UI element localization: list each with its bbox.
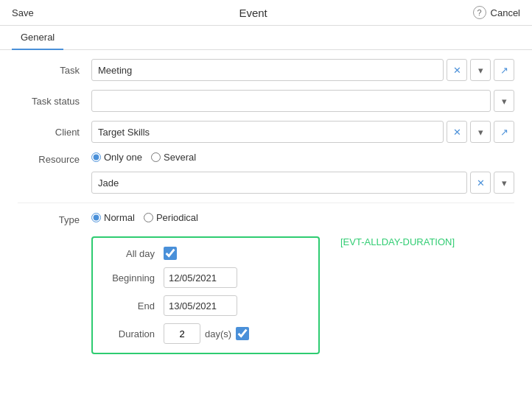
duration-label: Duration — [105, 328, 164, 339]
task-status-control-wrap: ▾ — [91, 90, 514, 112]
days-label: day(s) — [205, 328, 231, 339]
task-status-input[interactable] — [91, 90, 491, 112]
end-row: End — [105, 295, 307, 316]
resource-radio-group: Only one Several — [91, 152, 196, 163]
evt-tag: [EVT-ALLDAY-DURATION] — [340, 236, 455, 247]
top-bar: Save Event ? Cancel — [0, 0, 532, 26]
client-label: Client — [18, 127, 91, 138]
task-clear-button[interactable]: ✕ — [447, 59, 467, 81]
client-input[interactable] — [91, 121, 444, 143]
client-dropdown-button[interactable]: ▾ — [470, 121, 491, 143]
resource-only-one-label: Only one — [104, 152, 142, 163]
type-normal-radio[interactable] — [91, 213, 101, 222]
task-dropdown-button[interactable]: ▾ — [470, 59, 491, 81]
resource-control-wrap: ✕ ▾ — [91, 172, 514, 194]
resource-dropdown-button[interactable]: ▾ — [494, 172, 514, 194]
resource-several-label: Several — [164, 152, 196, 163]
client-row: Client ✕ ▾ ↗ — [18, 121, 514, 143]
task-row: Task ✕ ▾ ↗ — [18, 59, 514, 81]
save-button[interactable]: Save — [12, 7, 34, 18]
task-input[interactable] — [91, 59, 444, 81]
resource-clear-button[interactable]: ✕ — [470, 172, 491, 194]
task-status-row: Task status ▾ — [18, 90, 514, 112]
resource-input[interactable] — [91, 172, 467, 194]
allday-checkbox[interactable] — [164, 247, 177, 260]
beginning-input[interactable] — [164, 267, 237, 288]
client-external-button[interactable]: ↗ — [494, 121, 514, 143]
task-label: Task — [18, 65, 91, 76]
page-title: Event — [239, 7, 267, 19]
divider — [18, 203, 514, 203]
allday-box: All day Beginning End Duration day(s) — [91, 236, 320, 354]
resource-only-one-option[interactable]: Only one — [91, 152, 142, 163]
end-input[interactable] — [164, 295, 237, 316]
type-periodical-label: Periodical — [156, 212, 198, 223]
resource-several-option[interactable]: Several — [151, 152, 196, 163]
type-radio-group: Normal Periodical — [91, 212, 198, 223]
resource-only-one-radio[interactable] — [91, 152, 101, 162]
help-icon: ? — [473, 6, 486, 19]
resource-label: Resource — [18, 154, 91, 165]
client-clear-button[interactable]: ✕ — [447, 121, 467, 143]
duration-checkbox[interactable] — [236, 327, 249, 340]
beginning-row: Beginning — [105, 267, 307, 288]
type-periodical-radio[interactable] — [144, 213, 153, 222]
tabs-bar: General — [0, 26, 532, 50]
tab-general[interactable]: General — [12, 26, 63, 50]
client-control-wrap: ✕ ▾ ↗ — [91, 121, 514, 143]
resource-several-radio[interactable] — [151, 152, 161, 162]
end-label: End — [105, 300, 164, 311]
type-normal-label: Normal — [104, 212, 135, 223]
type-normal-option[interactable]: Normal — [91, 212, 135, 223]
type-periodical-option[interactable]: Periodical — [144, 212, 198, 223]
duration-wrap: day(s) — [164, 323, 249, 344]
task-external-button[interactable]: ↗ — [494, 59, 514, 81]
duration-row: Duration day(s) — [105, 323, 307, 344]
type-label: Type — [18, 214, 91, 225]
allday-label: All day — [105, 248, 164, 259]
task-status-dropdown-button[interactable]: ▾ — [494, 90, 514, 112]
beginning-label: Beginning — [105, 272, 164, 284]
task-status-label: Task status — [18, 96, 91, 107]
resource-row: Resource Only one Several ✕ ▾ — [18, 152, 514, 194]
cancel-button[interactable]: Cancel — [491, 7, 520, 18]
task-control-wrap: ✕ ▾ ↗ — [91, 59, 514, 81]
type-row: Type Normal Periodical — [18, 212, 514, 228]
duration-input[interactable] — [164, 323, 200, 344]
form-body: Task ✕ ▾ ↗ Task status ▾ Client ✕ ▾ ↗ Re… — [0, 50, 532, 363]
allday-row: All day — [105, 247, 307, 260]
